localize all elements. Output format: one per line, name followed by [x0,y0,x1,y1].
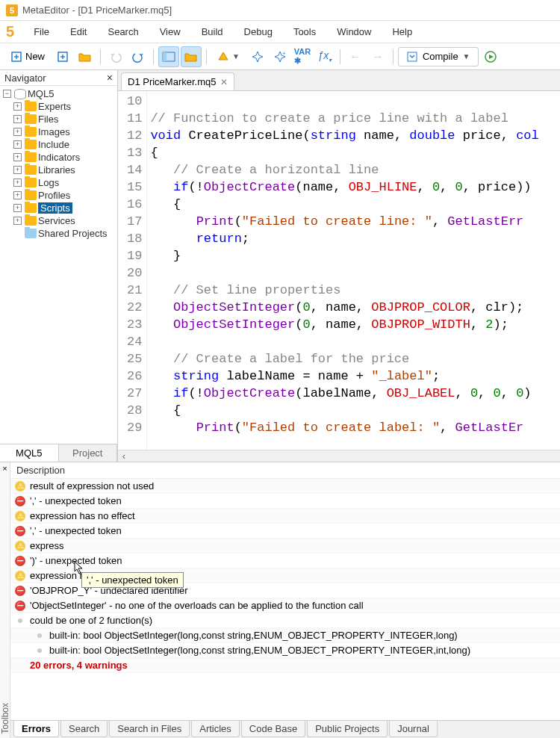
tree-root[interactable]: − MQL5 [0,87,117,100]
code-line[interactable]: // Function to create a price line with … [150,110,557,127]
ai-sparkle-2-button[interactable]: + [270,46,290,67]
error-row[interactable]: ⚠express [10,539,560,554]
navigator-tree[interactable]: − MQL5 +Experts+Files+Images+Include+Ind… [0,86,117,444]
toolbox-close-button[interactable]: × [1,462,8,474]
menu-view[interactable]: View [149,22,191,42]
code-line[interactable]: // Set line properties [150,282,557,299]
menu-window[interactable]: Window [326,22,382,42]
toolbox-column-header[interactable]: Description [10,462,560,479]
code-line[interactable]: if(!ObjectCreate(name, OBJ_HLINE, 0, 0, … [150,179,557,196]
error-row[interactable]: built-in: bool ObjectSetInteger(long,con… [10,643,560,658]
menu-tools[interactable]: Tools [283,22,326,42]
tree-item-profiles[interactable]: +Profiles [0,189,117,202]
code-line[interactable]: return; [150,230,557,247]
toggle-panel-2-button[interactable] [181,46,202,67]
new-button[interactable]: New [4,46,51,67]
navigator-tab-project[interactable]: Project [59,444,118,462]
tree-item-scripts[interactable]: +Scripts [0,202,117,214]
error-row[interactable]: ⛔'ObjectSetInteger' - no one of the over… [10,598,560,613]
expand-icon[interactable]: + [13,115,22,123]
expand-icon[interactable]: + [13,191,22,199]
errors-summary[interactable]: 20 errors, 4 warnings [10,658,560,673]
tree-item-images[interactable]: +Images [0,125,117,138]
toolbox-tab-articles[interactable]: Articles [191,721,240,737]
ai-sparkle-1-button[interactable] [247,46,268,67]
error-row[interactable]: ⛔'OBJPROP_Y' - undeclared identifier [10,583,560,598]
toolbox-tab-errors[interactable]: Errors [13,721,59,737]
error-row[interactable]: ⛔')' - unexpected token [10,554,560,568]
code-line[interactable]: ObjectSetInteger(0, name, OBJPROP_WIDTH,… [150,316,557,333]
error-icon: ⛔ [15,586,25,596]
expand-icon[interactable]: + [13,204,22,212]
code-line[interactable]: void CreatePriceLine(string name, double… [150,127,557,144]
navigator-close-button[interactable]: × [107,72,113,84]
nav-fwd-button[interactable]: → [367,46,388,67]
tree-item-files[interactable]: +Files [0,113,117,125]
open-button[interactable] [75,46,96,67]
code-editor[interactable]: 1011121314151617181920212223242526272829… [118,91,560,450]
tree-item-services[interactable]: +Services [0,214,117,227]
menu-help[interactable]: Help [382,22,423,42]
error-row[interactable]: built-in: bool ObjectSetInteger(long,con… [10,628,560,643]
style-dropdown-button[interactable]: ▼ [211,46,246,67]
menu-build[interactable]: Build [191,22,234,42]
code-line[interactable]: { [150,402,557,419]
toolbox-tab-search[interactable]: Search [60,721,108,737]
error-row[interactable]: ⛔',' - unexpected token [10,524,560,539]
menu-debug[interactable]: Debug [234,22,283,42]
expand-icon[interactable]: + [13,140,22,149]
expand-icon[interactable]: + [13,128,22,136]
error-row[interactable]: ⚠result of expression not used [10,479,560,494]
tree-item-experts[interactable]: +Experts [0,100,117,113]
code-line[interactable] [150,333,557,350]
toolbox-tab-journal[interactable]: Journal [389,721,438,737]
expand-icon[interactable]: + [13,166,22,174]
tree-item-indicators[interactable]: +Indicators [0,151,117,164]
code-line[interactable] [150,264,557,282]
editor-tab[interactable]: D1 PriceMarker.mq5 ✕ [121,72,234,90]
compile-button[interactable]: Compile ▼ [398,47,479,66]
toolbox-tab-code-base[interactable]: Code Base [241,721,305,737]
code-line[interactable]: string labelName = name + "_label"; [150,368,557,385]
undo-button[interactable] [105,46,126,67]
collapse-icon[interactable]: − [3,90,11,98]
redo-button[interactable] [128,46,149,67]
error-row[interactable]: ⛔',' - unexpected token [10,494,560,509]
code-line[interactable]: { [150,196,557,213]
menu-file[interactable]: File [23,22,60,42]
code-line[interactable]: ObjectSetInteger(0, name, OBJPROP_COLOR,… [150,299,557,316]
code-line[interactable]: Print("Failed to create line: ", GetLast… [150,213,557,230]
fx-button[interactable]: ƒx▾ [314,46,335,67]
error-row[interactable]: ⚠expression has no effect [10,509,560,524]
var-button[interactable]: VAR✱ [292,46,313,67]
error-row[interactable]: could be one of 2 function(s) [10,613,560,628]
code-line[interactable]: Print("Failed to create label: ", GetLas… [150,419,557,436]
tree-item-logs[interactable]: +Logs [0,176,117,189]
code-line[interactable]: // Create a label for the price [150,350,557,368]
expand-icon[interactable]: + [13,102,22,111]
tree-item-shared-projects[interactable]: Shared Projects [0,227,117,240]
expand-icon[interactable]: + [13,179,22,187]
code-line[interactable]: // Create a horizontal line [150,161,557,179]
tree-item-libraries[interactable]: +Libraries [0,164,117,176]
navigator-tab-mql5[interactable]: MQL5 [0,444,59,462]
toolbox-tab-search-in-files[interactable]: Search in Files [109,721,190,737]
toolbox-tab-public-projects[interactable]: Public Projects [307,721,388,737]
expand-icon[interactable]: + [13,217,22,225]
run-button[interactable] [480,46,501,67]
editor-hscrollbar[interactable]: ‹ [118,450,560,462]
code-line[interactable]: if(!ObjectCreate(labelName, OBJ_LABEL, 0… [150,385,557,402]
code-line[interactable] [150,93,557,110]
expand-icon[interactable]: + [13,153,22,161]
toggle-panel-1-button[interactable] [158,46,179,67]
nav-back-button[interactable]: ← [345,46,366,67]
errors-list[interactable]: ⚠result of expression not used⛔',' - une… [10,479,560,720]
new-blank-button[interactable] [52,46,73,67]
menu-edit[interactable]: Edit [60,22,97,42]
menu-search[interactable]: Search [97,22,149,42]
code-line[interactable]: } [150,247,557,264]
code-line[interactable]: { [150,144,557,161]
error-row[interactable]: ⚠expression has no effect [10,568,560,583]
editor-tab-close-button[interactable]: ✕ [220,77,228,87]
tree-item-include[interactable]: +Include [0,138,117,151]
